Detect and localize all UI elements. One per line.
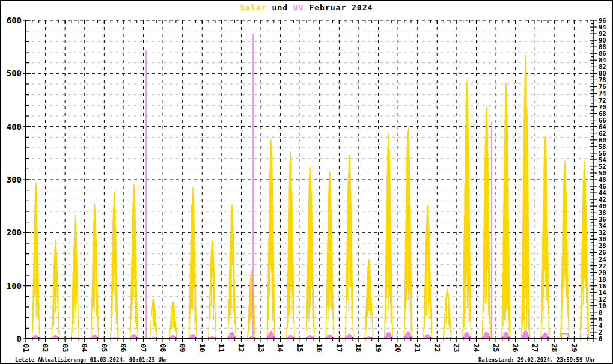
svg-text:09: 09 xyxy=(178,344,186,352)
svg-text:0: 0 xyxy=(17,334,22,344)
svg-text:10: 10 xyxy=(198,344,206,352)
data-state-text: Datenstand: 29.02.2024, 23:59:59 Uhr xyxy=(478,357,596,363)
svg-text:06: 06 xyxy=(119,344,127,352)
title-segment: und xyxy=(267,3,293,12)
svg-text:500: 500 xyxy=(7,68,22,78)
svg-text:26: 26 xyxy=(511,344,519,352)
svg-text:0: 0 xyxy=(599,335,602,342)
svg-text:100: 100 xyxy=(7,281,22,291)
svg-text:14: 14 xyxy=(276,344,284,352)
svg-text:05: 05 xyxy=(100,344,108,352)
svg-text:07: 07 xyxy=(139,344,147,352)
svg-text:01: 01 xyxy=(22,344,30,352)
svg-text:200: 200 xyxy=(7,228,22,237)
svg-text:04: 04 xyxy=(80,344,88,352)
last-update-text: Letzte Aktualisierung: 01.03.2024, 00:01… xyxy=(15,357,168,363)
svg-text:27: 27 xyxy=(531,344,539,352)
svg-text:02: 02 xyxy=(41,344,49,352)
svg-text:300: 300 xyxy=(7,175,22,184)
title-segment: Solar xyxy=(240,3,267,12)
svg-text:03: 03 xyxy=(61,344,69,352)
svg-text:400: 400 xyxy=(7,122,22,132)
title-segment: UV xyxy=(293,3,304,12)
chart-frame: 6005004003002001000969492908886848280787… xyxy=(0,0,613,364)
svg-text:21: 21 xyxy=(413,344,421,352)
svg-text:23: 23 xyxy=(452,344,460,352)
svg-text:25: 25 xyxy=(492,344,500,352)
svg-text:600: 600 xyxy=(7,16,22,25)
solar-series xyxy=(26,55,594,339)
svg-text:28: 28 xyxy=(550,344,558,352)
svg-text:22: 22 xyxy=(433,344,441,352)
svg-text:11: 11 xyxy=(217,344,225,352)
svg-text:12: 12 xyxy=(237,344,245,352)
svg-text:29: 29 xyxy=(570,344,578,352)
solar-uv-chart: 6005004003002001000969492908886848280787… xyxy=(1,1,612,363)
svg-text:24: 24 xyxy=(472,344,480,352)
svg-text:08: 08 xyxy=(159,344,167,352)
svg-text:15: 15 xyxy=(296,344,304,352)
svg-text:20: 20 xyxy=(394,344,402,352)
title-segment: Februar 2024 xyxy=(304,3,373,12)
svg-text:19: 19 xyxy=(374,344,382,352)
chart-title: Solar und UV Februar 2024 xyxy=(1,3,612,12)
svg-text:17: 17 xyxy=(335,344,343,352)
svg-text:16: 16 xyxy=(315,344,323,352)
svg-text:13: 13 xyxy=(257,344,265,352)
svg-text:18: 18 xyxy=(354,344,362,352)
